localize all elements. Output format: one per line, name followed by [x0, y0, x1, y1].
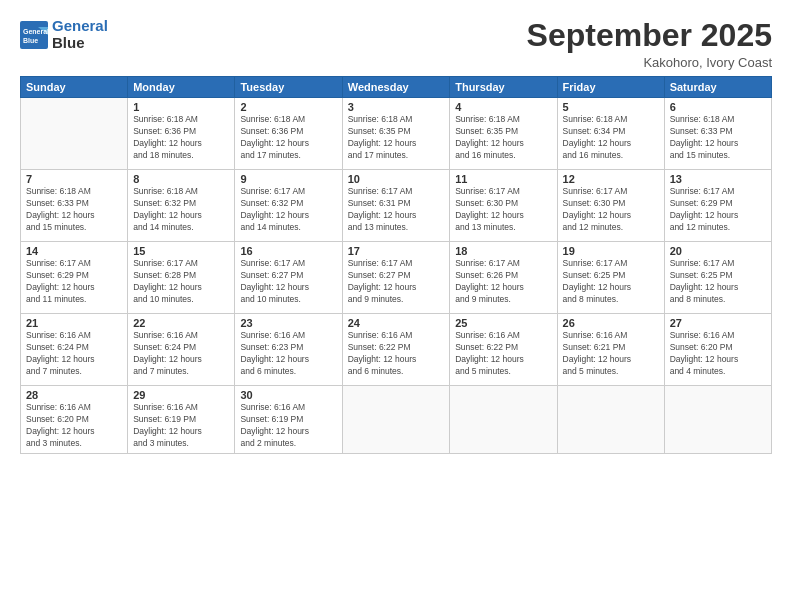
weekday-header-tuesday: Tuesday	[235, 77, 342, 98]
day-info: Sunrise: 6:17 AMSunset: 6:29 PMDaylight:…	[670, 186, 766, 234]
logo-text: General Blue	[52, 18, 108, 51]
calendar-cell: 11Sunrise: 6:17 AMSunset: 6:30 PMDayligh…	[450, 170, 557, 242]
weekday-header-saturday: Saturday	[664, 77, 771, 98]
calendar-cell: 3Sunrise: 6:18 AMSunset: 6:35 PMDaylight…	[342, 98, 450, 170]
calendar-cell: 30Sunrise: 6:16 AMSunset: 6:19 PMDayligh…	[235, 386, 342, 454]
calendar-cell: 6Sunrise: 6:18 AMSunset: 6:33 PMDaylight…	[664, 98, 771, 170]
day-number: 22	[133, 317, 229, 329]
calendar-cell: 23Sunrise: 6:16 AMSunset: 6:23 PMDayligh…	[235, 314, 342, 386]
calendar-cell: 17Sunrise: 6:17 AMSunset: 6:27 PMDayligh…	[342, 242, 450, 314]
svg-text:Blue: Blue	[23, 37, 38, 44]
calendar-week-row: 14Sunrise: 6:17 AMSunset: 6:29 PMDayligh…	[21, 242, 772, 314]
calendar-cell: 2Sunrise: 6:18 AMSunset: 6:36 PMDaylight…	[235, 98, 342, 170]
calendar-cell: 10Sunrise: 6:17 AMSunset: 6:31 PMDayligh…	[342, 170, 450, 242]
calendar-cell: 27Sunrise: 6:16 AMSunset: 6:20 PMDayligh…	[664, 314, 771, 386]
day-info: Sunrise: 6:16 AMSunset: 6:24 PMDaylight:…	[133, 330, 229, 378]
calendar-cell: 21Sunrise: 6:16 AMSunset: 6:24 PMDayligh…	[21, 314, 128, 386]
day-info: Sunrise: 6:17 AMSunset: 6:25 PMDaylight:…	[563, 258, 659, 306]
calendar-cell: 15Sunrise: 6:17 AMSunset: 6:28 PMDayligh…	[128, 242, 235, 314]
day-number: 2	[240, 101, 336, 113]
day-number: 30	[240, 389, 336, 401]
calendar-cell: 25Sunrise: 6:16 AMSunset: 6:22 PMDayligh…	[450, 314, 557, 386]
day-number: 25	[455, 317, 551, 329]
day-number: 28	[26, 389, 122, 401]
calendar-cell	[557, 386, 664, 454]
day-info: Sunrise: 6:16 AMSunset: 6:19 PMDaylight:…	[240, 402, 336, 450]
day-number: 20	[670, 245, 766, 257]
logo-icon: General Blue	[20, 21, 48, 49]
calendar-cell: 18Sunrise: 6:17 AMSunset: 6:26 PMDayligh…	[450, 242, 557, 314]
svg-rect-0	[20, 21, 48, 49]
day-number: 18	[455, 245, 551, 257]
day-number: 26	[563, 317, 659, 329]
day-number: 16	[240, 245, 336, 257]
day-info: Sunrise: 6:18 AMSunset: 6:35 PMDaylight:…	[348, 114, 445, 162]
weekday-header-monday: Monday	[128, 77, 235, 98]
calendar-cell: 16Sunrise: 6:17 AMSunset: 6:27 PMDayligh…	[235, 242, 342, 314]
calendar-cell: 9Sunrise: 6:17 AMSunset: 6:32 PMDaylight…	[235, 170, 342, 242]
day-info: Sunrise: 6:17 AMSunset: 6:27 PMDaylight:…	[348, 258, 445, 306]
calendar-cell	[664, 386, 771, 454]
day-number: 23	[240, 317, 336, 329]
day-info: Sunrise: 6:18 AMSunset: 6:36 PMDaylight:…	[133, 114, 229, 162]
logo: General Blue General Blue	[20, 18, 108, 51]
day-number: 5	[563, 101, 659, 113]
day-info: Sunrise: 6:18 AMSunset: 6:34 PMDaylight:…	[563, 114, 659, 162]
day-info: Sunrise: 6:17 AMSunset: 6:28 PMDaylight:…	[133, 258, 229, 306]
calendar-cell: 20Sunrise: 6:17 AMSunset: 6:25 PMDayligh…	[664, 242, 771, 314]
day-number: 11	[455, 173, 551, 185]
day-info: Sunrise: 6:18 AMSunset: 6:36 PMDaylight:…	[240, 114, 336, 162]
calendar-cell	[21, 98, 128, 170]
day-number: 19	[563, 245, 659, 257]
calendar-cell: 1Sunrise: 6:18 AMSunset: 6:36 PMDaylight…	[128, 98, 235, 170]
calendar-cell	[450, 386, 557, 454]
month-title: September 2025	[527, 18, 772, 53]
calendar-cell	[342, 386, 450, 454]
calendar-cell: 12Sunrise: 6:17 AMSunset: 6:30 PMDayligh…	[557, 170, 664, 242]
day-number: 17	[348, 245, 445, 257]
calendar-table: SundayMondayTuesdayWednesdayThursdayFrid…	[20, 76, 772, 454]
day-number: 12	[563, 173, 659, 185]
header: General Blue General Blue September 2025…	[20, 18, 772, 70]
day-info: Sunrise: 6:16 AMSunset: 6:22 PMDaylight:…	[348, 330, 445, 378]
day-number: 1	[133, 101, 229, 113]
day-info: Sunrise: 6:16 AMSunset: 6:22 PMDaylight:…	[455, 330, 551, 378]
day-number: 7	[26, 173, 122, 185]
day-number: 21	[26, 317, 122, 329]
calendar-cell: 26Sunrise: 6:16 AMSunset: 6:21 PMDayligh…	[557, 314, 664, 386]
day-info: Sunrise: 6:18 AMSunset: 6:33 PMDaylight:…	[26, 186, 122, 234]
calendar-cell: 19Sunrise: 6:17 AMSunset: 6:25 PMDayligh…	[557, 242, 664, 314]
page: General Blue General Blue September 2025…	[0, 0, 792, 612]
calendar-week-row: 1Sunrise: 6:18 AMSunset: 6:36 PMDaylight…	[21, 98, 772, 170]
calendar-cell: 22Sunrise: 6:16 AMSunset: 6:24 PMDayligh…	[128, 314, 235, 386]
day-info: Sunrise: 6:18 AMSunset: 6:32 PMDaylight:…	[133, 186, 229, 234]
weekday-header-wednesday: Wednesday	[342, 77, 450, 98]
calendar-cell: 28Sunrise: 6:16 AMSunset: 6:20 PMDayligh…	[21, 386, 128, 454]
day-number: 6	[670, 101, 766, 113]
day-info: Sunrise: 6:16 AMSunset: 6:23 PMDaylight:…	[240, 330, 336, 378]
weekday-header-row: SundayMondayTuesdayWednesdayThursdayFrid…	[21, 77, 772, 98]
day-info: Sunrise: 6:17 AMSunset: 6:26 PMDaylight:…	[455, 258, 551, 306]
weekday-header-sunday: Sunday	[21, 77, 128, 98]
location-subtitle: Kakohoro, Ivory Coast	[527, 55, 772, 70]
calendar-cell: 4Sunrise: 6:18 AMSunset: 6:35 PMDaylight…	[450, 98, 557, 170]
day-number: 13	[670, 173, 766, 185]
day-info: Sunrise: 6:17 AMSunset: 6:30 PMDaylight:…	[563, 186, 659, 234]
day-number: 29	[133, 389, 229, 401]
calendar-cell: 7Sunrise: 6:18 AMSunset: 6:33 PMDaylight…	[21, 170, 128, 242]
calendar-week-row: 7Sunrise: 6:18 AMSunset: 6:33 PMDaylight…	[21, 170, 772, 242]
day-info: Sunrise: 6:17 AMSunset: 6:25 PMDaylight:…	[670, 258, 766, 306]
calendar-cell: 14Sunrise: 6:17 AMSunset: 6:29 PMDayligh…	[21, 242, 128, 314]
day-number: 9	[240, 173, 336, 185]
day-info: Sunrise: 6:16 AMSunset: 6:20 PMDaylight:…	[26, 402, 122, 450]
day-info: Sunrise: 6:17 AMSunset: 6:32 PMDaylight:…	[240, 186, 336, 234]
calendar-week-row: 28Sunrise: 6:16 AMSunset: 6:20 PMDayligh…	[21, 386, 772, 454]
day-info: Sunrise: 6:17 AMSunset: 6:30 PMDaylight:…	[455, 186, 551, 234]
day-info: Sunrise: 6:16 AMSunset: 6:20 PMDaylight:…	[670, 330, 766, 378]
day-number: 4	[455, 101, 551, 113]
day-info: Sunrise: 6:17 AMSunset: 6:31 PMDaylight:…	[348, 186, 445, 234]
title-block: September 2025 Kakohoro, Ivory Coast	[527, 18, 772, 70]
day-number: 8	[133, 173, 229, 185]
day-number: 10	[348, 173, 445, 185]
day-info: Sunrise: 6:17 AMSunset: 6:27 PMDaylight:…	[240, 258, 336, 306]
